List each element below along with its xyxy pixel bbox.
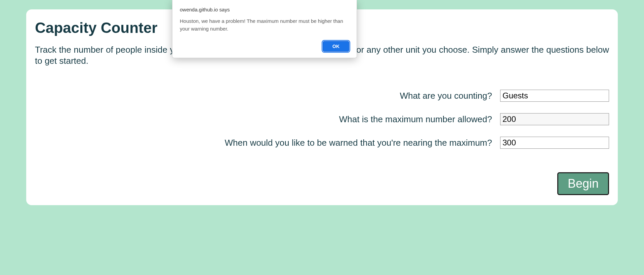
actions: Begin xyxy=(35,172,609,195)
alert-actions: OK xyxy=(180,41,349,52)
alert-message: Houston, we have a problem! The maximum … xyxy=(180,17,349,33)
max-input[interactable] xyxy=(500,113,609,125)
setup-form: What are you counting? What is the maxim… xyxy=(35,90,609,149)
warn-label: When would you like to be warned that yo… xyxy=(225,138,492,148)
row-counting: What are you counting? xyxy=(35,90,609,102)
begin-button[interactable]: Begin xyxy=(557,172,609,195)
alert-dialog: owenda.github.io says Houston, we have a… xyxy=(172,0,357,58)
alert-ok-button[interactable]: OK xyxy=(323,41,349,52)
counting-input[interactable] xyxy=(500,90,609,102)
row-warning: When would you like to be warned that yo… xyxy=(35,137,609,149)
counting-label: What are you counting? xyxy=(400,91,492,101)
warn-input[interactable] xyxy=(500,137,609,149)
row-maximum: What is the maximum number allowed? xyxy=(35,113,609,125)
max-label: What is the maximum number allowed? xyxy=(339,114,492,125)
alert-origin: owenda.github.io says xyxy=(180,7,349,12)
